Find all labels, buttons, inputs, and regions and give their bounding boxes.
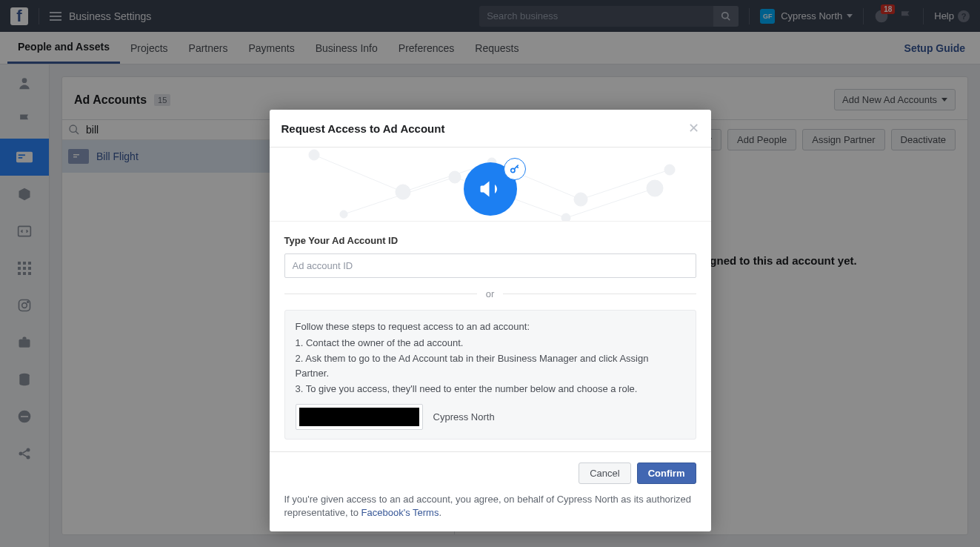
- svg-point-43: [664, 165, 675, 175]
- business-code-row: █████████████████ Cypress North: [296, 404, 685, 431]
- confirm-button[interactable]: Confirm: [637, 463, 696, 484]
- modal-banner: [270, 147, 711, 222]
- cancel-button[interactable]: Cancel: [579, 463, 630, 484]
- modal-overlay[interactable]: Request Access to Ad Account ✕: [0, 0, 980, 547]
- step-2: 2. Ask them to go to the Ad Account tab …: [296, 351, 685, 380]
- modal-footer: Cancel Confirm: [270, 451, 711, 484]
- step-3: 3. To give you access, they'll need to e…: [296, 382, 685, 397]
- terms-pre: If you're given access to an ad account,…: [284, 494, 692, 518]
- key-icon: [504, 158, 526, 180]
- step-1: 1. Contact the owner of the ad account.: [296, 336, 685, 351]
- modal-body: Type Your Ad Account ID or Follow these …: [270, 222, 711, 440]
- terms-note: If you're given access to an ad account,…: [270, 484, 711, 531]
- svg-point-47: [647, 180, 663, 196]
- ad-account-id-label: Type Your Ad Account ID: [284, 235, 696, 246]
- terms-link[interactable]: Facebook's Terms: [361, 507, 439, 518]
- request-access-modal: Request Access to Ad Account ✕: [270, 110, 711, 531]
- svg-point-40: [396, 185, 410, 199]
- modal-title: Request Access to Ad Account: [281, 122, 445, 135]
- terms-post: .: [439, 507, 441, 518]
- close-button[interactable]: ✕: [688, 120, 699, 136]
- svg-point-44: [340, 210, 347, 218]
- svg-point-48: [510, 168, 514, 172]
- close-icon: ✕: [688, 121, 699, 136]
- svg-point-45: [449, 171, 461, 183]
- svg-line-32: [314, 155, 403, 192]
- steps-box: Follow these steps to request access to …: [284, 310, 696, 440]
- or-text: or: [477, 288, 504, 299]
- svg-point-46: [561, 213, 570, 222]
- svg-point-39: [309, 150, 319, 160]
- steps-intro: Follow these steps to request access to …: [296, 319, 685, 334]
- business-name: Cypress North: [433, 410, 495, 425]
- or-divider: or: [284, 288, 696, 299]
- modal-header: Request Access to Ad Account ✕: [270, 110, 711, 147]
- svg-point-42: [574, 193, 587, 206]
- ad-account-id-input[interactable]: [284, 253, 696, 278]
- business-id-code: █████████████████: [296, 404, 423, 431]
- redacted-code: █████████████████: [299, 408, 419, 427]
